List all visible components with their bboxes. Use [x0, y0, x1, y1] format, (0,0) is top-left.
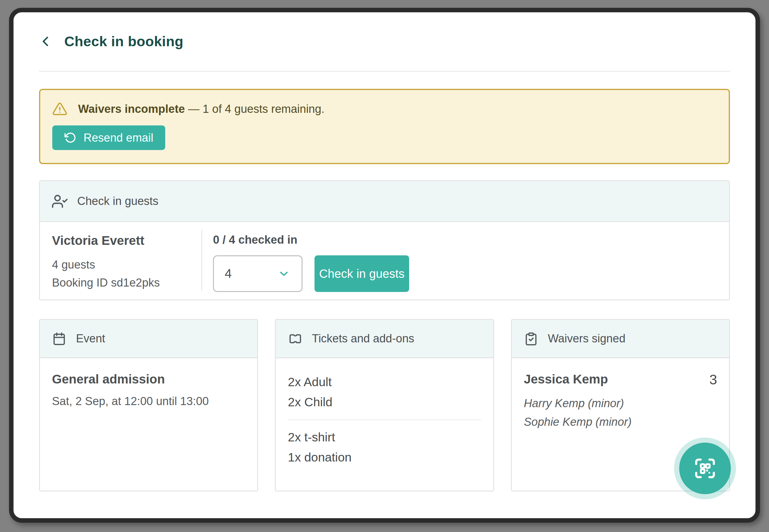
tickets-addons-divider: [288, 419, 481, 420]
page-content: Check in booking Waivers incomplete — 1 …: [39, 0, 730, 532]
check-in-guests-section: Check in guests Victoria Everett 4 guest…: [39, 180, 730, 300]
user-check-icon: [52, 194, 68, 209]
waivers-card-body: Jessica Kemp 3 Harry Kemp (minor) Sophie…: [512, 358, 729, 431]
resend-icon: [64, 132, 76, 144]
guest-count: 4 guests: [52, 256, 201, 274]
checked-in-progress: 0 / 4 checked in: [213, 233, 409, 246]
tickets-card-body: 2x Adult 2x Child 2x t-shirt 1x donation: [276, 358, 493, 467]
check-in-guests-button[interactable]: Check in guests: [315, 255, 409, 292]
event-card-body: General admission Sat, 2 Sep, at 12:00 u…: [40, 358, 257, 408]
guest-count-select-value: 4: [225, 266, 232, 281]
check-in-controls: 0 / 4 checked in 4 Check in guests: [202, 222, 409, 299]
guest-count-select[interactable]: 4: [213, 255, 303, 292]
warning-message: Waivers incomplete — 1 of 4 guests remai…: [78, 103, 324, 116]
header-divider: [39, 71, 730, 72]
tickets-card: Tickets and add-ons 2x Adult 2x Child 2x…: [275, 319, 494, 491]
waivers-signed-count: 3: [709, 372, 717, 387]
addon-line: 1x donation: [288, 447, 481, 467]
waiver-signer-row: Jessica Kemp 3: [524, 372, 717, 387]
qr-scan-button[interactable]: [679, 443, 731, 494]
waivers-card-title: Waivers signed: [548, 332, 626, 345]
calendar-icon: [52, 332, 66, 346]
check-in-guests-header: Check in guests: [40, 181, 729, 222]
qr-scan-fab-halo: [674, 437, 736, 499]
warning-row: Waivers incomplete — 1 of 4 guests remai…: [52, 101, 717, 116]
warning-triangle-icon: [52, 101, 67, 116]
clipboard-check-icon: [524, 332, 538, 346]
back-button[interactable]: [39, 35, 53, 48]
resend-email-label: Resend email: [83, 131, 153, 144]
tickets-card-header: Tickets and add-ons: [276, 320, 493, 358]
waiver-signer-name: Jessica Kemp: [524, 372, 608, 386]
event-name: General admission: [52, 372, 245, 386]
page-header: Check in booking: [39, 33, 183, 50]
event-card-header: Event: [40, 320, 257, 358]
chevron-left-icon: [39, 35, 53, 48]
info-cards-row: Event General admission Sat, 2 Sep, at 1…: [39, 319, 730, 491]
page-title: Check in booking: [64, 33, 183, 50]
waiver-minors-list: Harry Kemp (minor) Sophie Kemp (minor): [524, 394, 717, 431]
ticket-line: 2x Adult: [288, 372, 481, 392]
controls-row: 4 Check in guests: [213, 255, 409, 292]
chevron-down-icon: [278, 267, 290, 280]
warning-detail: — 1 of 4 guests remaining.: [188, 103, 324, 115]
event-card-title: Event: [76, 332, 105, 345]
ticket-line: 2x Child: [288, 392, 481, 412]
resend-email-button[interactable]: Resend email: [52, 125, 165, 150]
qr-scan-icon: [692, 455, 718, 482]
section-title: Check in guests: [77, 195, 158, 208]
waivers-warning-banner: Waivers incomplete — 1 of 4 guests remai…: [39, 89, 730, 164]
booking-id: Booking ID sd1e2pks: [52, 274, 201, 292]
waivers-card-header: Waivers signed: [512, 320, 729, 358]
ticket-icon: [288, 332, 302, 346]
warning-title: Waivers incomplete: [78, 103, 185, 115]
waiver-minor: Sophie Kemp (minor): [524, 413, 717, 431]
event-datetime: Sat, 2 Sep, at 12:00 until 13:00: [52, 395, 245, 408]
addon-line: 2x t-shirt: [288, 427, 481, 447]
check-in-body: Victoria Everett 4 guests Booking ID sd1…: [40, 222, 729, 299]
tickets-card-title: Tickets and add-ons: [312, 332, 414, 345]
booking-summary: Victoria Everett 4 guests Booking ID sd1…: [40, 222, 201, 299]
waiver-minor: Harry Kemp (minor): [524, 394, 717, 413]
event-card: Event General admission Sat, 2 Sep, at 1…: [39, 319, 258, 491]
guest-name: Victoria Everett: [52, 233, 201, 248]
